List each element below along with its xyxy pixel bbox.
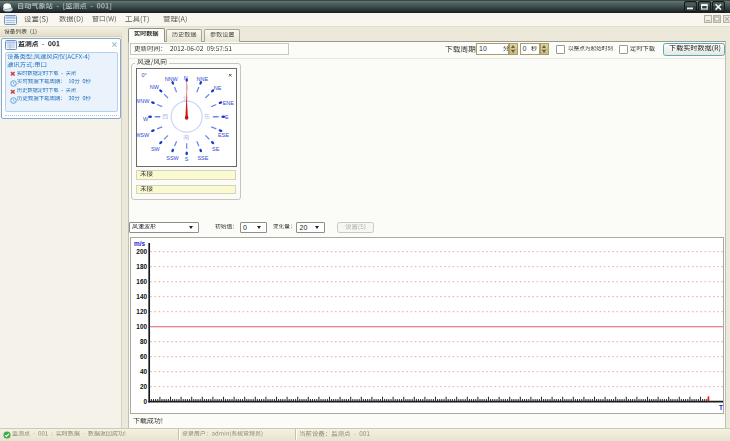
svg-text:40: 40 xyxy=(140,367,148,374)
svg-text:80: 80 xyxy=(140,337,148,344)
svg-text:SSE: SSE xyxy=(197,155,208,161)
svg-text:120: 120 xyxy=(136,307,147,314)
svg-text:ESE: ESE xyxy=(218,132,229,138)
svg-text:0: 0 xyxy=(143,397,147,404)
svg-text:N: N xyxy=(184,75,188,81)
svg-text:200: 200 xyxy=(136,247,147,254)
svg-text:S: S xyxy=(185,156,189,162)
svg-text:m/s: m/s xyxy=(134,239,145,246)
svg-text:180: 180 xyxy=(136,262,147,269)
svg-text:SSW: SSW xyxy=(166,155,179,161)
svg-text:E: E xyxy=(225,114,229,120)
svg-text:NE: NE xyxy=(214,85,222,91)
svg-text:NNE: NNE xyxy=(197,76,209,82)
svg-text:20: 20 xyxy=(140,382,148,389)
svg-text:160: 160 xyxy=(136,277,147,284)
svg-text:SW: SW xyxy=(151,146,161,152)
svg-text:WNW: WNW xyxy=(136,98,150,104)
svg-text:T: T xyxy=(719,404,723,411)
svg-text:NW: NW xyxy=(150,84,160,90)
svg-text:SE: SE xyxy=(212,146,220,152)
svg-text:NNW: NNW xyxy=(165,76,179,82)
svg-text:ENE: ENE xyxy=(223,100,235,106)
svg-text:0°: 0° xyxy=(142,72,147,78)
svg-text:60: 60 xyxy=(140,352,148,359)
svg-text:WSW: WSW xyxy=(136,132,150,138)
svg-text:140: 140 xyxy=(136,292,147,299)
svg-text:W: W xyxy=(143,116,149,122)
svg-text:100: 100 xyxy=(136,322,147,329)
